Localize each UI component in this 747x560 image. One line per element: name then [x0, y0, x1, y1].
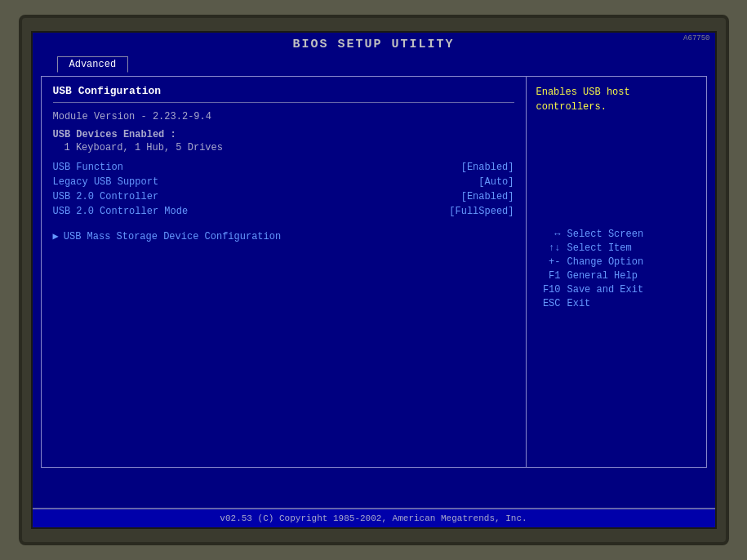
monitor-bezel: A67750 BIOS SETUP UTILITY Advanced USB C…: [19, 15, 729, 545]
setting-row-usb-function[interactable]: USB Function [Enabled]: [53, 162, 514, 173]
key-symbol: ↔: [536, 229, 561, 240]
key-legend-row: F10Save and Exit: [536, 284, 696, 296]
submenu-mass-storage[interactable]: ▶ USB Mass Storage Device Configuration: [53, 230, 514, 242]
setting-label-usb2-mode: USB 2.0 Controller Mode: [53, 206, 189, 217]
setting-label-legacy-usb: Legacy USB Support: [53, 176, 159, 188]
setting-row-legacy-usb[interactable]: Legacy USB Support [Auto]: [53, 176, 514, 188]
key-symbol: F10: [536, 284, 561, 296]
divider: [53, 102, 514, 103]
setting-row-usb2-controller[interactable]: USB 2.0 Controller [Enabled]: [53, 191, 514, 202]
key-description: Exit: [567, 298, 591, 309]
tab-row: Advanced: [33, 55, 715, 73]
key-description: Select Item: [567, 242, 632, 254]
setting-label-usb2-controller: USB 2.0 Controller: [53, 191, 159, 202]
key-description: General Help: [567, 270, 638, 282]
submenu-label: USB Mass Storage Device Configuration: [64, 231, 281, 242]
setting-value-legacy-usb: [Auto]: [478, 176, 514, 188]
key-legend-row: ↑↓Select Item: [536, 242, 696, 254]
help-text: Enables USB host controllers.: [536, 85, 696, 114]
right-panel: Enables USB host controllers. ↔Select Sc…: [527, 77, 706, 467]
setting-label-usb-function: USB Function: [53, 162, 123, 173]
setting-row-usb2-mode[interactable]: USB 2.0 Controller Mode [FullSpeed]: [53, 206, 514, 217]
left-panel: USB Configuration Module Version - 2.23.…: [42, 77, 527, 467]
version-label: A67750: [683, 34, 709, 42]
bios-title: BIOS SETUP UTILITY: [292, 38, 454, 51]
key-description: Save and Exit: [567, 284, 644, 296]
footer: v02.53 (C) Copyright 1985-2002, American…: [33, 508, 715, 527]
right-panel-inner: Enables USB host controllers. ↔Select Sc…: [536, 85, 696, 459]
setting-value-usb2-controller: [Enabled]: [461, 191, 514, 202]
footer-text: v02.53 (C) Copyright 1985-2002, American…: [220, 513, 527, 523]
screen-inner: A67750 BIOS SETUP UTILITY Advanced USB C…: [33, 33, 715, 527]
key-symbol: ESC: [536, 298, 561, 309]
key-symbol: F1: [536, 270, 561, 282]
key-legend-row: ↔Select Screen: [536, 229, 696, 240]
title-bar: BIOS SETUP UTILITY: [33, 33, 715, 55]
key-legend-row: ESCExit: [536, 298, 696, 309]
key-legend-row: +-Change Option: [536, 256, 696, 268]
key-symbol: +-: [536, 256, 561, 268]
key-symbol: ↑↓: [536, 242, 561, 254]
section-title: USB Configuration: [53, 85, 514, 97]
tab-advanced[interactable]: Advanced: [57, 56, 129, 73]
key-legend-row: F1General Help: [536, 270, 696, 282]
devices-enabled-value: 1 Keyboard, 1 Hub, 5 Drives: [64, 142, 514, 153]
key-description: Change Option: [567, 256, 644, 268]
setting-value-usb2-mode: [FullSpeed]: [449, 206, 514, 217]
module-version: Module Version - 2.23.2-9.4: [53, 111, 514, 122]
screen: A67750 BIOS SETUP UTILITY Advanced USB C…: [31, 31, 717, 529]
submenu-arrow: ▶: [53, 230, 59, 242]
key-description: Select Screen: [567, 229, 644, 240]
key-legend-section: ↔Select Screen↑↓Select Item+-Change Opti…: [536, 229, 696, 312]
content-area: USB Configuration Module Version - 2.23.…: [41, 76, 707, 468]
setting-value-usb-function: [Enabled]: [461, 162, 514, 173]
devices-enabled-label: USB Devices Enabled :: [53, 129, 514, 140]
